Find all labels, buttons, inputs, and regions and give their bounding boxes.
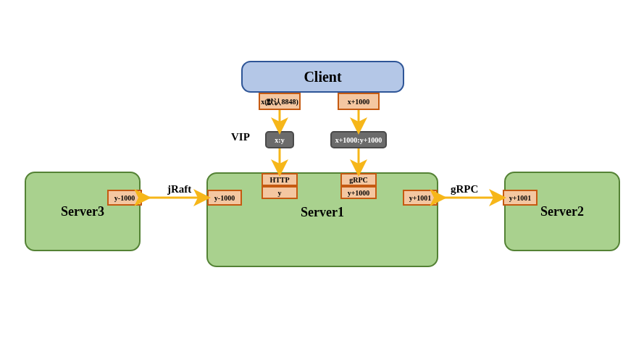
vip-box-right: x+1000:y+1000 — [330, 131, 387, 148]
server1-http-top-label: HTTP — [269, 176, 289, 184]
server1-port-left: y-1000 — [207, 190, 242, 206]
edge-grpc-label: gRPC — [451, 183, 478, 195]
server2-port-left: y+1001 — [503, 190, 538, 206]
vip-box-right-label: x+1000:y+1000 — [335, 136, 382, 144]
client-port-right: x+1000 — [338, 93, 380, 110]
server1-http-bottom: y — [262, 186, 298, 199]
client-port-right-label: x+1000 — [348, 98, 370, 106]
server1-grpc-top-label: gRPC — [349, 176, 368, 184]
server2-label: Server2 — [540, 204, 584, 219]
server2-node: Server2 — [504, 172, 620, 251]
client-label: Client — [304, 69, 341, 85]
server1-port-right: y+1001 — [403, 190, 438, 206]
server2-port-left-label: y+1001 — [509, 194, 532, 202]
server1-grpc-top: gRPC — [340, 173, 377, 186]
server1-port-right-label: y+1001 — [409, 194, 432, 202]
server3-label: Server3 — [61, 204, 104, 219]
vip-box-left: x:y — [265, 131, 294, 148]
server1-port-left-label: y-1000 — [214, 194, 235, 202]
server1-http-bottom-label: y — [278, 189, 282, 197]
server1-grpc-bottom-label: y+1000 — [348, 189, 370, 197]
server3-port-right-label: y-1000 — [114, 194, 135, 202]
vip-box-left-label: x:y — [275, 136, 284, 144]
server1-grpc-bottom: y+1000 — [340, 186, 377, 199]
edge-jraft-label: jRaft — [167, 183, 191, 195]
client-port-left: x(默认8848) — [259, 93, 301, 110]
server3-port-right: y-1000 — [107, 190, 142, 206]
server3-node: Server3 — [25, 172, 141, 251]
server1-http-top: HTTP — [262, 173, 298, 186]
server1-label: Server1 — [301, 205, 344, 220]
client-port-left-label: x(默认8848) — [261, 98, 298, 106]
client-node: Client — [241, 61, 404, 93]
vip-label: VIP — [231, 131, 250, 143]
